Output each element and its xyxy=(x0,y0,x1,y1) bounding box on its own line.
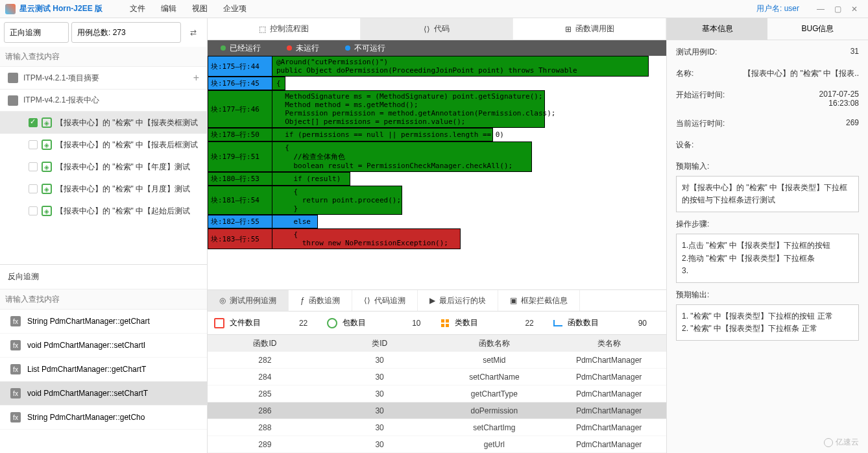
menu-edit[interactable]: 编辑 xyxy=(161,3,176,14)
tab-code[interactable]: ⟨⟩代码 xyxy=(361,18,514,40)
code-row[interactable]: 块:179—行:51 { //检查全体角色 boolean result = P… xyxy=(208,141,666,172)
checkbox-icon[interactable] xyxy=(29,184,38,193)
code-row[interactable]: 块:176—行:45{ xyxy=(208,77,666,90)
code-row[interactable]: 块:178—行:50 if (permissions == null || pe… xyxy=(208,128,666,141)
function-icon: fx xyxy=(10,388,21,398)
function-item[interactable]: fxString PdmChartManager::getChart xyxy=(0,310,207,334)
device-value xyxy=(734,140,859,151)
function-item[interactable]: fxList PdmChartManager::getChartT xyxy=(0,358,207,382)
tree-item[interactable]: ◈【报表中心】的 "检索" 中【年度】测试 xyxy=(0,156,207,178)
col-fn-id[interactable]: 函数ID xyxy=(208,338,322,349)
tab-bug-info[interactable]: BUG信息 xyxy=(767,18,868,40)
menu-enterprise[interactable]: 企业项 xyxy=(223,3,247,14)
function-item[interactable]: fxvoid PdmChartManager::setChartT xyxy=(0,382,207,406)
checkbox-icon[interactable] xyxy=(29,206,38,215)
table-row[interactable]: 28830setChartImgPdmChartManager xyxy=(208,419,666,436)
tree-item[interactable]: ◈【报表中心】的 "检索" 中【报表后框测试 xyxy=(0,134,207,156)
code-text: @Around("cutPermission()") public Object… xyxy=(272,56,649,77)
code-row[interactable]: 块:180—行:53 if (result) xyxy=(208,172,666,186)
flow-icon: ⬚ xyxy=(259,25,266,34)
current-time-label: 当前运行时间: xyxy=(676,118,734,129)
menu-view[interactable]: 视图 xyxy=(192,3,208,14)
code-row[interactable]: 块:177—行:46 MethodSignature ms = (MethodS… xyxy=(208,90,666,128)
tab-call-graph[interactable]: ⊞函数调用图 xyxy=(513,18,666,40)
current-time-value: 269 xyxy=(734,118,859,129)
dot-cannot-icon xyxy=(345,45,350,51)
expected-output-box[interactable]: 1. "检索" 中【报表类型】下拉框的按钮 正常 2. "检索" 中【报表类型】… xyxy=(676,304,859,341)
table-row[interactable]: 28530getChartTypePdmChartManager xyxy=(208,386,666,402)
subtab-case-trace[interactable]: ◎测试用例追溯 xyxy=(208,290,289,311)
play-icon: ▶ xyxy=(429,296,435,305)
app-logo-icon xyxy=(5,4,16,14)
code-row[interactable]: 块:183—行:55 { throw new NoPermissionExcep… xyxy=(208,228,666,249)
tab-control-flow[interactable]: ⬚控制流程图 xyxy=(208,18,361,40)
dot-norun-icon xyxy=(287,45,292,51)
code-text: if (permissions == null || permissions.l… xyxy=(272,128,493,141)
backward-trace-label: 反向追溯 xyxy=(0,265,207,289)
col-class-id[interactable]: 类ID xyxy=(322,338,437,349)
left-panel: 正向追溯 用例总数: 273 ⇄ ITPM-v4.2.1-项目摘要 + ITPM… xyxy=(0,18,208,453)
code-row[interactable]: 块:181—行:54 { return point.proceed(); } xyxy=(208,186,666,215)
function-item[interactable]: fxvoid PdmChartManager::setChartI xyxy=(0,334,207,358)
user-label: 用户名: user xyxy=(756,3,799,14)
function-item[interactable]: fxString PdmChartManager::getCho xyxy=(0,406,207,430)
code-row[interactable]: 块:182—行:55 else xyxy=(208,215,666,228)
col-fn-name[interactable]: 函数名称 xyxy=(437,338,552,349)
tree-root-summary[interactable]: ITPM-v4.2.1-项目摘要 + xyxy=(0,67,207,90)
subtab-last-block[interactable]: ▶最后运行的块 xyxy=(418,290,498,311)
watermark-icon xyxy=(824,438,833,447)
checkbox-icon[interactable] xyxy=(29,118,38,127)
col-class-name[interactable]: 类名称 xyxy=(551,338,666,349)
close-icon[interactable]: ✕ xyxy=(847,3,862,15)
code-text: if (result) xyxy=(272,172,350,186)
code-text: { //检查全体角色 boolean result = PermissionCh… xyxy=(272,141,532,172)
tree-item[interactable]: ◈【报表中心】的 "检索" 中【报表类框测试 xyxy=(0,112,207,134)
function-label: List PdmChartManager::getChartT xyxy=(27,365,146,374)
block-label: 块:177—行:46 xyxy=(208,90,272,128)
subtab-fn-trace[interactable]: ƒ函数追溯 xyxy=(289,290,352,311)
device-label: 设备: xyxy=(676,140,734,151)
code-block-view[interactable]: 块:175—行:44@Around("cutPermission()") pub… xyxy=(208,56,666,289)
table-row[interactable]: 28930getUrlPdmChartManager xyxy=(208,436,666,453)
function-icon: fx xyxy=(10,412,21,422)
classes-icon xyxy=(440,319,450,328)
tree-item[interactable]: ◈【报表中心】的 "检索" 中【起始后测试 xyxy=(0,200,207,222)
stats-row: 文件数目22 包数目10 类数目22 函数数目90 xyxy=(208,312,666,335)
function-label: String PdmChartManager::getChart xyxy=(27,317,150,326)
dot-run-icon xyxy=(221,45,226,51)
table-row[interactable]: 28630doPermissionPdmChartManager xyxy=(208,402,666,419)
table-row[interactable]: 28430setChartNamePdmChartManager xyxy=(208,369,666,386)
tab-basic-info[interactable]: 基本信息 xyxy=(667,18,767,40)
tree-item[interactable]: ◈【报表中心】的 "检索" 中【月度】测试 xyxy=(0,178,207,200)
block-label: 块:176—行:45 xyxy=(208,77,272,90)
subtab-code-trace[interactable]: ⟨⟩代码追溯 xyxy=(352,290,418,311)
expected-input-box[interactable]: 对【报表中心】的 "检索" 中【报表类型】下拉框的按钮与下拉框条进行测试 xyxy=(676,176,859,212)
subtab-frame-info[interactable]: ▣框架拦截信息 xyxy=(498,290,580,311)
plus-icon[interactable]: + xyxy=(193,72,199,84)
case-total-label: 用例总数: 273 xyxy=(71,22,181,43)
functions-icon xyxy=(553,320,562,326)
block-label: 块:178—行:50 xyxy=(208,128,272,141)
expected-output-label: 预期输出: xyxy=(676,289,859,300)
code-row[interactable]: 块:175—行:44@Around("cutPermission()") pub… xyxy=(208,56,666,77)
right-panel: 基本信息 BUG信息 测试用例ID:31 名称:【报表中心】的 "检索" 中【报… xyxy=(667,18,868,453)
maximize-icon[interactable]: ▢ xyxy=(830,3,845,15)
tree-item-label: 【报表中心】的 "检索" 中【起始后测试 xyxy=(56,205,190,217)
table-row[interactable]: 28230setMidPdmChartManager xyxy=(208,352,666,369)
function-label: String PdmChartManager::getCho xyxy=(27,413,145,422)
tree-root-report[interactable]: ITPM-v4.2.1-报表中心 xyxy=(0,90,207,112)
steps-box[interactable]: 1.点击 "检索" 中【报表类型】下拉框的按钮 2.拖动 "检索" 中【报表类型… xyxy=(676,234,859,283)
minimize-icon[interactable]: — xyxy=(814,3,828,15)
search-input-forward[interactable] xyxy=(0,47,207,67)
checkbox-icon[interactable] xyxy=(29,140,38,149)
menu-file[interactable]: 文件 xyxy=(130,3,145,14)
search-input-backward[interactable] xyxy=(0,289,207,310)
app-title: 星云测试 Horn-J2EE 版 xyxy=(19,3,102,14)
block-label: 块:181—行:54 xyxy=(208,186,272,215)
watermark: 亿速云 xyxy=(824,437,859,448)
code-text: { throw new NoPermissionException(); xyxy=(272,228,461,249)
swap-icon[interactable]: ⇄ xyxy=(184,23,203,42)
checkbox-icon[interactable] xyxy=(29,162,38,171)
frame-icon: ▣ xyxy=(510,296,517,305)
function-table: 函数ID 类ID 函数名称 类名称 28230setMidPdmChartMan… xyxy=(208,335,666,453)
